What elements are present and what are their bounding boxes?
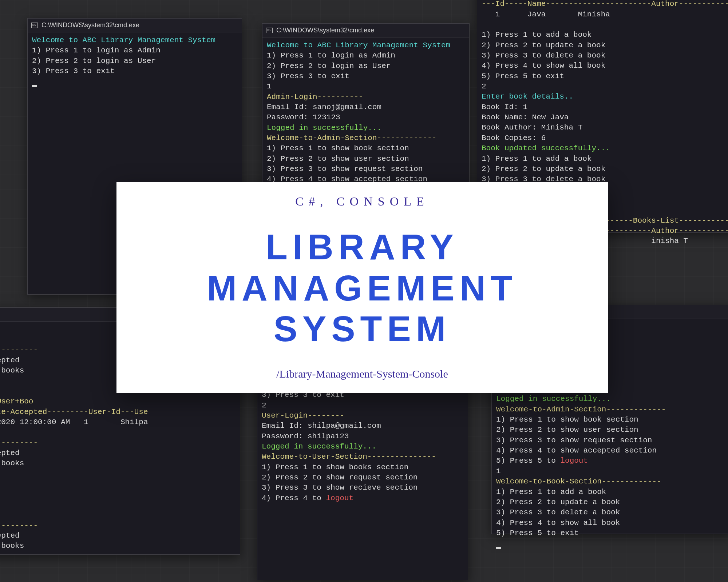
field-line: Book Id: 1 <box>482 103 527 111</box>
success-msg: Book updated successfully... <box>482 144 610 152</box>
card-subtitle: C#, CONSOLE <box>295 195 429 208</box>
menu-item: 2) Press 2 to update a book <box>496 498 620 506</box>
menu-item: 2) Press 2 to show user section <box>267 155 409 163</box>
section-header: Admin-Login---------- <box>267 93 363 101</box>
console-body[interactable]: Welcome to ABC Library Management System… <box>28 32 242 91</box>
window-title: C:\WINDOWS\system32\cmd.exe <box>41 21 139 29</box>
menu-item: 2) Press 2 to show user section <box>496 426 638 434</box>
section-header: User-Login-------- <box>262 411 344 420</box>
menu-item: 1) Press 1 to login as Admin <box>267 51 395 60</box>
menu-item: 3) Press 3 to delete a book <box>482 51 605 60</box>
menu-item: ess 1 to show all book accepted <box>0 531 20 540</box>
field-line: Book Copies: 6 <box>482 134 546 142</box>
cmd-icon <box>266 28 273 33</box>
cursor <box>496 547 501 549</box>
menu-item: 4) Press 4 to show all book <box>496 519 620 527</box>
section-header: ome-to-Accepted-Section------------ <box>0 346 38 354</box>
menu-item: 1) Press 1 to add a book <box>496 488 606 496</box>
welcome-line: Welcome to ABC Library Management System <box>267 41 450 49</box>
menu-item: 4) Press 4 to show accepted section <box>496 446 657 455</box>
titlebar[interactable]: C:\WINDOWS\system32\cmd.exe <box>28 19 242 32</box>
table-row: 1 Java Minisha 3 <box>482 10 728 19</box>
menu-item: 2) Press 2 to update a book <box>482 165 605 173</box>
section-header: Welcome-to-User-Section--------------- <box>262 453 436 461</box>
section-header: Welcome-to-Book-Section------------- <box>496 477 661 486</box>
card-title: LIBRARY MANAGEMENT SYSTEM <box>116 227 608 350</box>
field-line: Book Author: Minisha T <box>482 123 582 132</box>
user-input: 1 <box>267 82 272 91</box>
menu-item: 1) Press 1 to show book section <box>267 144 409 152</box>
field-line: Email Id: sanoj@gmail.com <box>267 103 381 111</box>
menu-item: 3) Press 3 to exit <box>32 67 115 75</box>
logout-text: logout <box>560 457 588 465</box>
menu-item: 3) Press 3 to show request section <box>267 165 423 173</box>
menu-item: 5) Press 5 to exit <box>482 72 564 80</box>
table-row: Advanced C 5/20/2020 12:00:00 AM 1 Shilp… <box>0 418 153 426</box>
field-line: Password: 123123 <box>267 113 340 121</box>
menu-item: 3) Press 3 to delete a book <box>496 508 620 517</box>
menu-item: 2) Press 2 to update a book <box>482 41 605 49</box>
menu-item: 3) Press 3 to show recieve section <box>262 483 418 492</box>
menu-item: 5) Press 5 to <box>496 457 560 465</box>
menu-item: 3) Press 3 to exit <box>267 72 349 80</box>
user-input: 2 <box>262 401 266 410</box>
menu-item: ess 2 to takeback accepted books <box>0 459 24 467</box>
menu-item: ess 2 to takeback accepted books <box>0 366 24 375</box>
cmd-icon <box>31 23 38 28</box>
menu-item: 1) Press 1 to show book section <box>496 415 638 424</box>
title-card: C#, CONSOLE LIBRARY MANAGEMENT SYSTEM /L… <box>116 182 608 393</box>
titlebar[interactable]: C:\WINDOWS\system32\cmd.exe <box>262 24 469 37</box>
section-header: Welcome-to-Admin-Section------------- <box>496 405 666 414</box>
field-line: Password: shilpa123 <box>262 432 349 441</box>
field-line: Email Id: shilpa@gmail.com <box>262 422 381 430</box>
section-header: ome-to-Accepted-Section------------ <box>0 439 38 447</box>
logout-text: logout <box>326 494 353 502</box>
console-body[interactable]: 2) Press 2 to login as User 3) Press 3 t… <box>257 377 468 508</box>
success-msg: Logged in successfully... <box>267 124 381 132</box>
card-title-line2: SYSTEM <box>116 308 608 350</box>
prompt-line: Enter book details.. <box>482 92 573 101</box>
section-header: Welcome-to-Admin-Section------------- <box>267 134 436 142</box>
menu-item: ess 1 to show all book accepted <box>0 356 20 364</box>
card-title-line1: LIBRARY MANAGEMENT <box>116 227 608 308</box>
menu-item: 1) Press 1 to add a book <box>482 31 592 39</box>
menu-item: ess 1 to show all book accepted <box>0 449 20 457</box>
table-columns: ---Id-----Name-----------------------Aut… <box>482 0 728 8</box>
window-title: C:\WINDOWS\system32\cmd.exe <box>276 27 374 34</box>
menu-item: 3) Press 3 to show request section <box>496 436 652 445</box>
console-body[interactable]: Welcome to ABC Library Management System… <box>262 37 469 199</box>
menu-item: 1) Press 1 to add a book <box>482 155 592 163</box>
menu-item: ess 2 to takeback accepted books <box>0 542 24 550</box>
field-line: Book Name: New Java <box>482 113 569 121</box>
menu-item: 2) Press 2 to show request section <box>262 473 418 482</box>
menu-item: 4) Press 4 to show all book <box>482 61 605 70</box>
menu-item: 2) Press 2 to login as User <box>267 62 391 70</box>
cmd-window-bottom-mid: 2) Press 2 to login as User 3) Press 3 t… <box>257 376 468 580</box>
user-input: 2 <box>482 82 486 91</box>
section-header: ome-to-Accepted-Section------------ <box>0 521 38 530</box>
menu-item: 5) Press 5 to exit <box>496 529 579 537</box>
menu-item: 1) Press 1 to login as Admin <box>32 46 161 55</box>
table-header: --------------------------User+Boo <box>0 397 33 406</box>
cursor <box>32 85 37 87</box>
success-msg: Logged in successfully... <box>496 395 611 403</box>
success-msg: Logged in successfully... <box>262 442 376 451</box>
welcome-line: Welcome to ABC Library Management System <box>32 36 215 44</box>
user-input: 1 <box>496 467 501 475</box>
menu-item: 4) Press 4 to <box>262 494 326 502</box>
table-columns: k-Id---Book-Name--------Date-Accepted---… <box>0 408 148 416</box>
menu-item: 2) Press 2 to login as User <box>32 57 156 65</box>
card-path: /Library-Management-System-Console <box>276 368 448 380</box>
menu-item: 1) Press 1 to show books section <box>262 463 408 471</box>
